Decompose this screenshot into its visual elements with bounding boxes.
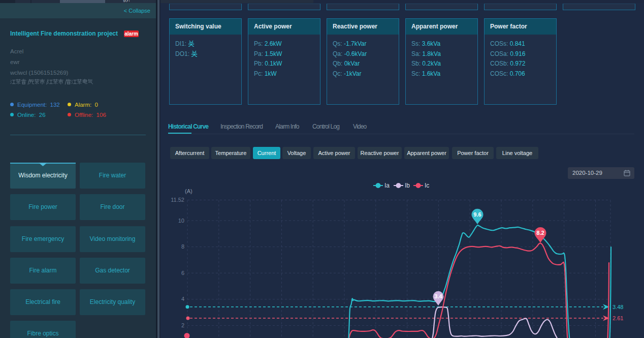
svg-text:8: 8 bbox=[181, 243, 184, 250]
svg-text:6: 6 bbox=[181, 270, 184, 276]
svg-text:11.52: 11.52 bbox=[171, 197, 184, 203]
svg-text:Ia: Ia bbox=[384, 182, 390, 189]
svg-text:9.6: 9.6 bbox=[473, 211, 481, 218]
svg-text:(A): (A) bbox=[185, 188, 192, 194]
svg-text:4: 4 bbox=[181, 296, 184, 302]
svg-text:2.61: 2.61 bbox=[613, 315, 623, 321]
svg-text:3.48: 3.48 bbox=[613, 304, 623, 310]
svg-text:10: 10 bbox=[178, 218, 184, 224]
svg-text:Ic: Ic bbox=[425, 182, 429, 189]
svg-text:3.4: 3.4 bbox=[434, 293, 442, 299]
svg-text:8.2: 8.2 bbox=[536, 230, 544, 236]
svg-text:2: 2 bbox=[181, 322, 184, 328]
svg-text:Ib: Ib bbox=[405, 182, 410, 189]
